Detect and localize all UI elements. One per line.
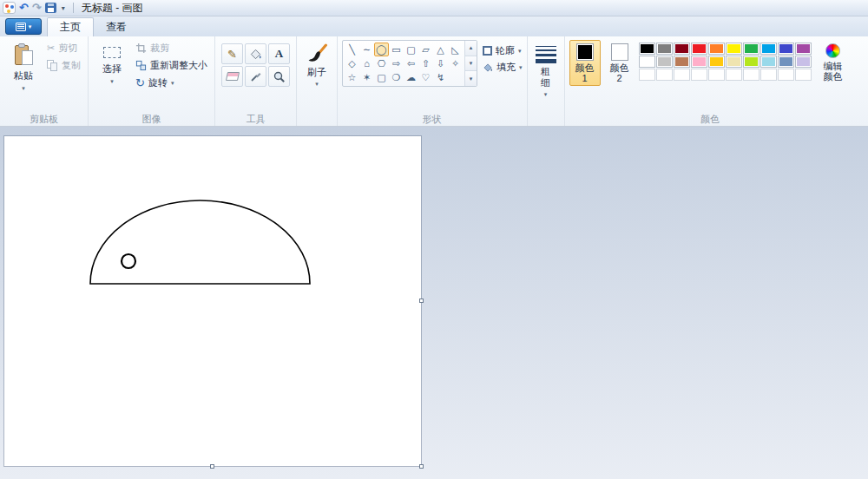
quick-access-toolbar: ↶ ↷ ▾ (3, 2, 76, 14)
palette-color-r0-c5[interactable] (726, 43, 742, 55)
shape-fill-button[interactable]: 填充 ▾ (483, 61, 523, 74)
shape-line-button[interactable]: ╲ (345, 43, 359, 56)
cut-button[interactable]: ✂ 剪切 (44, 40, 83, 56)
custom-color-slot-2[interactable] (674, 69, 690, 81)
shape-rounded-rectangle-button[interactable]: ▢ (404, 43, 418, 56)
undo-button[interactable]: ↶ (19, 2, 29, 14)
palette-color-r1-c2[interactable] (674, 56, 690, 68)
shape-right-triangle-button[interactable]: ◺ (448, 43, 463, 56)
window-title: 无标题 - 画图 (82, 1, 143, 16)
canvas-resize-handle-bottom[interactable] (210, 464, 214, 469)
pencil-tool-button[interactable]: ✎ (221, 43, 243, 64)
eraser-tool-button[interactable] (221, 66, 243, 87)
magnifier-tool-button[interactable] (268, 66, 290, 87)
menu-icon (16, 23, 26, 31)
palette-color-r0-c4[interactable] (708, 43, 725, 55)
shapes-more-button[interactable]: ▼ (465, 71, 477, 86)
color2-button[interactable]: 颜色 2 (604, 40, 635, 86)
shapes-scroll-down-button[interactable]: ▼ (465, 56, 477, 72)
menu-button[interactable]: ▾ (5, 18, 42, 35)
shape-curve-button[interactable]: ∼ (359, 43, 374, 56)
palette-color-r0-c6[interactable] (743, 43, 760, 55)
qat-customize-button[interactable]: ▾ (60, 4, 67, 12)
crop-button[interactable]: 裁剪 (133, 40, 210, 56)
canvas-resize-handle-corner[interactable] (419, 464, 424, 469)
custom-color-slot-9[interactable] (795, 69, 812, 81)
shape-five-point-star-button[interactable]: ☆ (345, 70, 359, 84)
ribbon: 粘贴 ▾ ✂ 剪切 复制 剪贴板 (0, 36, 868, 127)
palette-color-r1-c0[interactable] (639, 56, 655, 68)
shape-four-point-star-button[interactable]: ✧ (448, 56, 463, 70)
size-group: 粗细 ▾ (528, 36, 565, 126)
chevron-down-icon: ▾ (29, 23, 32, 30)
size-button[interactable]: 粗细 ▾ (530, 38, 562, 98)
shape-arrow-up-button[interactable]: ⇧ (418, 56, 433, 70)
save-button[interactable] (45, 3, 56, 13)
shape-triangle-button[interactable]: △ (433, 43, 448, 56)
image-group: 选择 ▾ 裁剪 (89, 36, 215, 126)
shape-six-point-star-button[interactable]: ✶ (359, 70, 374, 84)
custom-color-slot-8[interactable] (778, 69, 794, 81)
canvas-resize-handle-right[interactable] (419, 299, 424, 303)
custom-color-slot-5[interactable] (726, 69, 742, 81)
paste-button[interactable]: 粘贴 ▾ (4, 40, 43, 92)
paste-clipboard-icon (15, 43, 33, 67)
palette-color-r1-c3[interactable] (691, 56, 707, 68)
shape-arrow-right-button[interactable]: ⇨ (389, 56, 404, 70)
shape-rounded-callout-button[interactable]: ▢ (374, 70, 389, 84)
palette-color-r1-c9[interactable] (795, 56, 812, 68)
eraser-icon (225, 72, 239, 81)
custom-color-slot-7[interactable] (760, 69, 777, 81)
outline-button[interactable]: 轮廓 ▾ (483, 44, 523, 57)
shape-hexagon-button[interactable]: ⎔ (374, 56, 389, 70)
palette-color-r1-c6[interactable] (743, 56, 760, 68)
palette-color-r0-c2[interactable] (674, 43, 690, 55)
palette-color-r1-c8[interactable] (778, 56, 794, 68)
shape-heart-button[interactable]: ♡ (418, 70, 433, 84)
edit-colors-button[interactable]: 编辑颜色 (815, 40, 852, 82)
shape-arrow-left-button[interactable]: ⇦ (404, 56, 418, 70)
shape-lightning-button[interactable]: ↯ (433, 70, 448, 84)
color-picker-tool-button[interactable] (245, 66, 266, 87)
copy-button[interactable]: 复制 (44, 57, 83, 74)
palette-color-r1-c7[interactable] (760, 56, 777, 68)
shape-arrow-down-button[interactable]: ⇩ (433, 56, 448, 70)
palette-color-r0-c7[interactable] (760, 43, 777, 55)
palette-color-r0-c8[interactable] (778, 43, 794, 55)
shape-diamond-button[interactable]: ◇ (345, 56, 359, 70)
custom-color-slot-6[interactable] (743, 69, 760, 81)
palette-color-r0-c3[interactable] (691, 43, 707, 55)
redo-button[interactable]: ↷ (32, 2, 42, 14)
brushes-group: 刷子 ▾ (297, 36, 338, 126)
palette-color-r0-c0[interactable] (639, 43, 655, 55)
custom-color-slot-1[interactable] (656, 69, 673, 81)
custom-color-slot-0[interactable] (639, 69, 655, 81)
palette-color-r1-c5[interactable] (726, 56, 742, 68)
text-tool-button[interactable]: A (268, 43, 290, 64)
shapes-scroll-up-button[interactable]: ▲ (465, 41, 477, 56)
shape-pentagon-button[interactable]: ⌂ (359, 56, 374, 70)
rotate-button[interactable]: ↻ 旋转 ▾ (133, 75, 210, 91)
cut-label: 剪切 (58, 42, 77, 55)
custom-color-slot-3[interactable] (691, 69, 707, 81)
select-button[interactable]: 选择 ▾ (93, 40, 131, 85)
custom-color-slot-4[interactable] (708, 69, 725, 81)
palette-color-r0-c9[interactable] (795, 43, 812, 55)
crop-icon (135, 43, 147, 54)
shape-polygon-button[interactable]: ▱ (418, 43, 433, 56)
palette-color-r0-c1[interactable] (656, 43, 673, 55)
brushes-button[interactable]: 刷子 ▾ (299, 38, 334, 88)
palette-color-r1-c4[interactable] (708, 56, 725, 68)
shape-oval-button[interactable]: ◯ (374, 43, 389, 56)
shape-oval-callout-button[interactable]: ❍ (389, 70, 404, 84)
tab-home[interactable]: 主页 (47, 17, 94, 36)
shape-rectangle-button[interactable]: ▭ (389, 43, 404, 56)
fill-tool-button[interactable] (245, 43, 266, 64)
color1-button[interactable]: 颜色 1 (569, 40, 601, 86)
shape-cloud-callout-button[interactable]: ☁ (404, 70, 418, 84)
resize-button[interactable]: 重新调整大小 (133, 57, 210, 74)
canvas[interactable] (4, 136, 421, 466)
tab-view[interactable]: 查看 (94, 18, 139, 36)
crop-label: 裁剪 (150, 42, 169, 55)
palette-color-r1-c1[interactable] (656, 56, 673, 68)
